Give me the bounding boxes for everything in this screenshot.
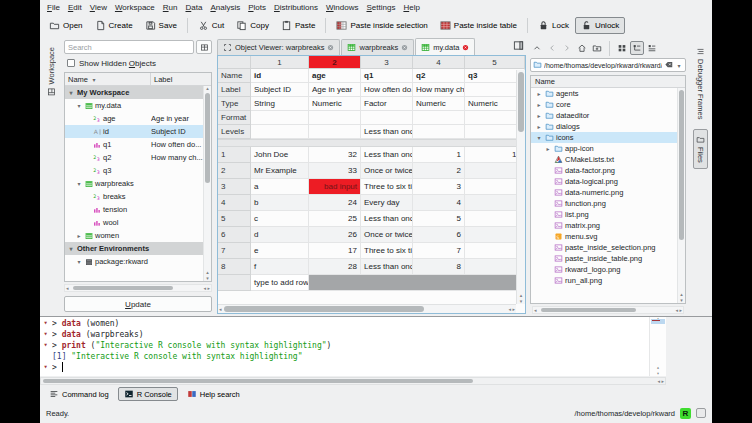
row-header[interactable]: Format: [218, 111, 251, 125]
tree-item-breaks[interactable]: 23breaks: [65, 190, 211, 203]
cell[interactable]: How often do...: [361, 83, 413, 97]
file-item-core[interactable]: ▸core: [531, 99, 685, 110]
menu-view[interactable]: View: [86, 2, 111, 13]
files-horizontal-scrollbar[interactable]: ◂ ◂ ▸: [532, 306, 684, 314]
tree-item-id[interactable]: AidSubject ID: [65, 125, 211, 138]
expander-icon[interactable]: ▸: [535, 123, 543, 130]
files-vertical-scrollbar[interactable]: ▴ ▾: [677, 88, 685, 303]
cell[interactable]: Subject ID: [251, 83, 309, 97]
scroll-left-icon[interactable]: ◂: [534, 307, 537, 313]
workspace-dock-tab[interactable]: Workspace: [44, 41, 59, 102]
cell[interactable]: [309, 125, 361, 139]
row-header[interactable]: 4: [218, 195, 251, 211]
scroll-right-icon[interactable]: ◂ ▸: [658, 378, 664, 384]
editor-vertical-scrollbar[interactable]: ▴ ▾: [516, 70, 525, 304]
menu-plots[interactable]: Plots: [244, 2, 270, 13]
file-item-data-logical-png[interactable]: data-logical.png: [531, 176, 685, 187]
dock-tab-debugger-frames[interactable]: Debugger Frames: [693, 41, 708, 125]
file-item-paste-inside-selection-png[interactable]: paste_inside_selection.png: [531, 242, 685, 253]
row-header[interactable]: Name: [218, 69, 251, 83]
unlock-button[interactable]: Unlock: [575, 17, 625, 34]
tool-tab-help-search[interactable]: Help search: [181, 387, 246, 401]
row-header[interactable]: 7: [218, 243, 251, 259]
expander-icon[interactable]: ▸: [544, 145, 552, 152]
expander-icon[interactable]: ▸: [75, 232, 83, 239]
row-header[interactable]: Type: [218, 97, 251, 111]
file-item-cmakelists-txt[interactable]: CMakeLists.txt: [531, 154, 685, 165]
tree-item-age[interactable]: 23ageAge in year: [65, 112, 211, 125]
file-item-run-all-png[interactable]: run_all.png: [531, 275, 685, 286]
expander-icon[interactable]: ▾: [75, 102, 83, 109]
expander-icon[interactable]: ▸: [535, 90, 543, 97]
cell[interactable]: q2: [413, 69, 465, 83]
scroll-down-icon[interactable]: ▾: [517, 299, 525, 304]
cell[interactable]: Less than onc...: [361, 147, 413, 163]
paste-button[interactable]: Paste: [275, 17, 321, 34]
cell[interactable]: John Doe: [251, 147, 309, 163]
cell[interactable]: bad input: [309, 179, 361, 195]
scroll-left-icon[interactable]: ◂: [66, 285, 69, 291]
cut-button[interactable]: Cut: [192, 17, 230, 34]
add-row[interactable]: type to add row: [218, 275, 525, 291]
tree-item-q2[interactable]: 23q2How many ch...: [65, 151, 211, 164]
paste-inside-selection-button[interactable]: Paste inside selection: [330, 17, 433, 34]
menu-windows[interactable]: Windows: [322, 2, 362, 13]
cell[interactable]: 2: [413, 163, 465, 179]
column-header-5[interactable]: 5: [465, 56, 525, 69]
fold-marker-icon[interactable]: ▾: [40, 318, 51, 329]
cell[interactable]: 6: [413, 227, 465, 243]
cell[interactable]: Less than onc...: [361, 211, 413, 227]
create-button[interactable]: Create: [89, 17, 139, 34]
cell[interactable]: d: [251, 227, 309, 243]
stop-command-icon[interactable]: [696, 408, 706, 418]
cell[interactable]: 17: [309, 243, 361, 259]
cell[interactable]: b: [251, 195, 309, 211]
scroll-up-icon[interactable]: ▴: [204, 86, 211, 91]
file-item-menu-svg[interactable]: Smenu.svg: [531, 231, 685, 242]
cell[interactable]: [251, 125, 309, 139]
tab-my-data[interactable]: my.data: [415, 38, 475, 55]
tab-warpbreaks[interactable]: warpbreaks: [341, 39, 414, 55]
file-item-dataeditor[interactable]: ▸dataeditor: [531, 110, 685, 121]
tree-item-warpbreaks[interactable]: ▾warpbreaks: [65, 177, 211, 190]
cell[interactable]: [251, 111, 309, 125]
menu-help[interactable]: Help: [399, 2, 423, 13]
close-red-icon[interactable]: [462, 44, 469, 51]
open-button[interactable]: Open: [43, 17, 89, 34]
expander-icon[interactable]: ▾: [67, 245, 75, 252]
file-item-function-png[interactable]: function.png: [531, 198, 685, 209]
fold-margin[interactable]: ▾▾▾ ▾: [40, 318, 51, 373]
close-gray-icon[interactable]: [327, 44, 334, 51]
expander-icon[interactable]: ▾: [75, 258, 83, 265]
tree-item-my-workspace[interactable]: ▾My Workspace: [65, 86, 211, 99]
combo-caret-icon[interactable]: ▾: [675, 62, 683, 69]
view-detail-button[interactable]: [645, 41, 659, 55]
cell[interactable]: [309, 111, 361, 125]
cell[interactable]: 25: [309, 211, 361, 227]
column-header-1[interactable]: 1: [251, 56, 309, 69]
column-header-2[interactable]: 2: [309, 56, 361, 69]
cell[interactable]: 26: [309, 227, 361, 243]
menu-file[interactable]: File: [43, 2, 64, 13]
files-column-header[interactable]: Name: [531, 76, 685, 88]
save-button[interactable]: Save: [139, 17, 183, 34]
cell[interactable]: q1: [361, 69, 413, 83]
console-horizontal-scrollbar[interactable]: ◂ ▸: [40, 377, 666, 385]
tree-item-other-environments[interactable]: ▾Other Environments: [65, 242, 211, 255]
cell[interactable]: e: [251, 243, 309, 259]
cell[interactable]: Three to six ti..: [361, 243, 413, 259]
cell[interactable]: Mr Example: [251, 163, 309, 179]
r-console[interactable]: ▾▾▾ ▾ > data (women)> data (warpbreaks)>…: [40, 317, 666, 376]
cell[interactable]: c: [251, 211, 309, 227]
expander-icon[interactable]: ▸: [535, 112, 543, 119]
row-header[interactable]: 5: [218, 211, 251, 227]
show-hidden-objects-checkbox[interactable]: Show Hidden Objects: [67, 57, 212, 69]
cell[interactable]: Numeric: [413, 97, 465, 111]
menu-edit[interactable]: Edit: [64, 2, 86, 13]
scroll-right-icon[interactable]: ◂ ▸: [676, 307, 682, 313]
forward-button[interactable]: [560, 41, 574, 55]
cell[interactable]: 33: [309, 163, 361, 179]
row-header[interactable]: 6: [218, 227, 251, 243]
tree-options-button[interactable]: [196, 40, 212, 54]
file-item-paste-inside-table-png[interactable]: paste_inside_table.png: [531, 253, 685, 264]
